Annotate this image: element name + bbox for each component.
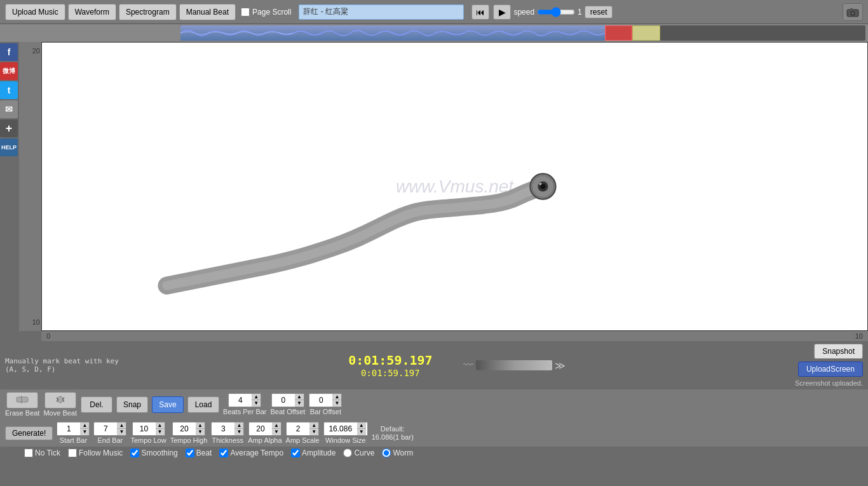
- average-tempo-checkbox[interactable]: [219, 449, 228, 457]
- spectrogram-button[interactable]: Spectrogram: [119, 4, 177, 20]
- thickness-down[interactable]: ▼: [234, 429, 243, 435]
- curve-radio[interactable]: [343, 449, 352, 457]
- amp-scale-input[interactable]: [287, 424, 309, 433]
- page-scroll-label: Page Scroll: [252, 8, 291, 17]
- waveform-svg: [180, 25, 605, 41]
- beat-checkbox[interactable]: [186, 449, 194, 457]
- manual-beat-button[interactable]: Manual Beat: [179, 4, 236, 20]
- window-size-up[interactable]: ▲: [357, 422, 366, 429]
- beat-offset-spinner[interactable]: ▲ ▼: [271, 393, 304, 407]
- bar-offset-label: Bar Offset: [310, 408, 341, 415]
- svg-rect-9: [17, 397, 28, 402]
- thickness-label: Thickness: [212, 436, 244, 444]
- bar-offset-spinner[interactable]: ▲ ▼: [309, 393, 342, 407]
- tempo-low-input[interactable]: [133, 424, 156, 433]
- play-button[interactable]: ▶: [493, 4, 511, 20]
- beats-per-bar-down[interactable]: ▼: [252, 400, 261, 407]
- beat-offset-down[interactable]: ▼: [295, 400, 304, 407]
- page-scroll-checkbox[interactable]: [241, 8, 250, 17]
- reset-button[interactable]: reset: [585, 6, 613, 18]
- window-size-down[interactable]: ▼: [357, 429, 366, 435]
- start-bar-down[interactable]: ▼: [80, 429, 89, 435]
- svg-point-8: [539, 182, 541, 185]
- end-bar-input[interactable]: [94, 424, 117, 433]
- facebook-icon[interactable]: f: [0, 43, 18, 61]
- x-axis-left: 0: [46, 332, 50, 340]
- tempo-high-down[interactable]: ▼: [196, 429, 205, 435]
- amp-scale-down[interactable]: ▼: [309, 429, 318, 435]
- tempo-low-spinner[interactable]: ▲ ▼: [132, 422, 165, 436]
- tempo-high-spinner[interactable]: ▲ ▼: [172, 422, 205, 436]
- beats-per-bar-spinner[interactable]: ▲ ▼: [228, 393, 261, 407]
- tempo-high-group: ▲ ▼ Tempo High: [170, 422, 208, 444]
- follow-music-label: Follow Music: [79, 449, 123, 457]
- save-button[interactable]: Save: [152, 396, 184, 413]
- twitter-icon[interactable]: t: [0, 81, 18, 99]
- amplitude-checkbox[interactable]: [291, 449, 300, 457]
- worm-visualization: [42, 43, 867, 330]
- end-bar-arrows: ▲ ▼: [117, 422, 126, 435]
- tempo-high-input[interactable]: [173, 424, 196, 433]
- amp-alpha-down[interactable]: ▼: [272, 429, 281, 435]
- amp-scale-spinner[interactable]: ▲ ▼: [286, 422, 319, 436]
- bar-offset-down[interactable]: ▼: [332, 400, 341, 407]
- start-bar-up[interactable]: ▲: [80, 422, 89, 429]
- mail-icon[interactable]: ✉: [0, 100, 18, 118]
- start-bar-input[interactable]: [57, 424, 80, 433]
- worm-radio[interactable]: [382, 449, 391, 457]
- snap-button[interactable]: Snap: [116, 396, 148, 413]
- window-size-input[interactable]: [324, 424, 357, 433]
- amp-alpha-spinner[interactable]: ▲ ▼: [248, 422, 281, 436]
- erase-beat-button[interactable]: [6, 392, 38, 408]
- canvas-area[interactable]: www.Vmus.net: [41, 42, 868, 331]
- amp-alpha-up[interactable]: ▲: [272, 422, 281, 429]
- waveform-button[interactable]: Waveform: [68, 4, 116, 20]
- end-bar-up[interactable]: ▲: [117, 422, 126, 429]
- tempo-high-up[interactable]: ▲: [196, 422, 205, 429]
- snapshot-button[interactable]: Snapshot: [814, 344, 863, 359]
- thickness-input[interactable]: [212, 424, 234, 433]
- end-bar-spinner[interactable]: ▲ ▼: [93, 422, 126, 436]
- move-beat-button[interactable]: [44, 392, 76, 408]
- tempo-low-down[interactable]: ▼: [156, 429, 165, 435]
- bar-offset-arrows: ▲ ▼: [332, 394, 341, 407]
- average-tempo-item: Average Tempo: [219, 449, 283, 457]
- viz-icon-right: ≫: [555, 360, 566, 372]
- smoothing-label: Smoothing: [141, 449, 177, 457]
- no-tick-checkbox[interactable]: [24, 449, 33, 457]
- beat-item: Beat: [186, 449, 212, 457]
- weibo-icon[interactable]: 微博: [0, 62, 18, 80]
- rewind-button[interactable]: ⏮: [471, 4, 489, 20]
- camera-button[interactable]: [843, 3, 863, 21]
- amp-alpha-input[interactable]: [249, 424, 272, 433]
- tempo-low-up[interactable]: ▲: [156, 422, 165, 429]
- thickness-up[interactable]: ▲: [234, 422, 243, 429]
- smoothing-item: Smoothing: [130, 449, 177, 457]
- upload-music-button[interactable]: Upload Music: [5, 4, 65, 20]
- window-size-spinner[interactable]: ▲ ▼: [323, 422, 368, 436]
- waveform-track[interactable]: [180, 25, 865, 41]
- bar-offset-up[interactable]: ▲: [332, 394, 341, 400]
- default-group: Default: 16.086(1 bar): [372, 425, 414, 441]
- curve-label: Curve: [354, 449, 374, 457]
- upload-screen-button[interactable]: UploadScreen: [798, 361, 863, 377]
- plus-icon[interactable]: +: [0, 119, 18, 137]
- tempo-low-group: ▲ ▼ Tempo Low: [130, 422, 166, 444]
- load-button[interactable]: Load: [187, 396, 219, 413]
- x-axis-right: 10: [855, 332, 863, 340]
- amp-scale-up[interactable]: ▲: [309, 422, 318, 429]
- beat-offset-input[interactable]: [272, 396, 295, 405]
- del-button[interactable]: Del.: [81, 396, 112, 413]
- help-icon[interactable]: HELP: [0, 138, 18, 156]
- generate-button[interactable]: Generate!: [5, 426, 53, 440]
- start-bar-spinner[interactable]: ▲ ▼: [57, 422, 90, 436]
- thickness-spinner[interactable]: ▲ ▼: [211, 422, 244, 436]
- end-bar-down[interactable]: ▼: [117, 429, 126, 435]
- speed-slider[interactable]: [537, 7, 575, 17]
- beat-offset-up[interactable]: ▲: [295, 394, 304, 400]
- smoothing-checkbox[interactable]: [130, 449, 139, 457]
- follow-music-checkbox[interactable]: [68, 449, 77, 457]
- bar-offset-input[interactable]: [309, 396, 332, 405]
- beats-per-bar-up[interactable]: ▲: [252, 394, 261, 400]
- beats-per-bar-input[interactable]: [229, 396, 252, 405]
